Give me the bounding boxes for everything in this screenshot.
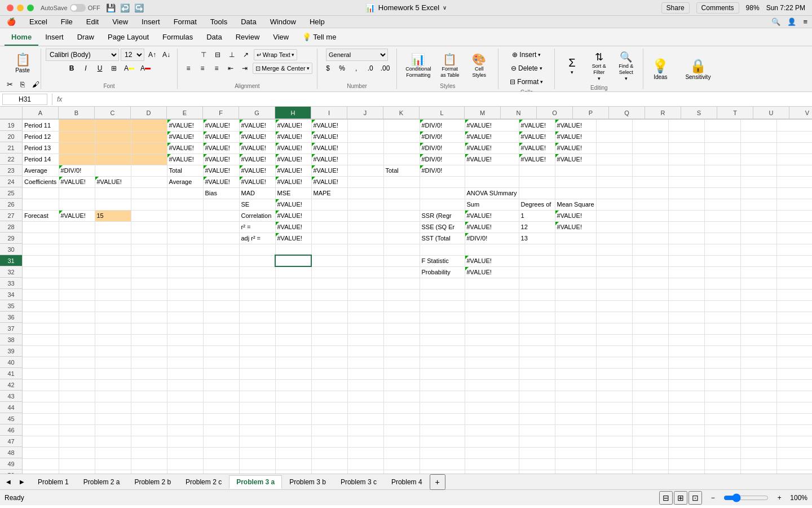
cell-A20[interactable]: Period 12 <box>23 131 59 142</box>
cell-H41[interactable] <box>275 368 311 379</box>
menu-window[interactable]: Window <box>268 16 298 27</box>
cell-P27[interactable] <box>596 210 632 221</box>
cell-G39[interactable] <box>239 345 275 357</box>
cell-O49[interactable] <box>555 458 596 470</box>
number-format-selector[interactable]: General <box>326 49 388 61</box>
cell-U32[interactable] <box>776 266 812 278</box>
menu-excel[interactable]: Excel <box>27 16 50 27</box>
cell-S30[interactable] <box>704 244 740 255</box>
cell-P24[interactable] <box>596 176 632 187</box>
cell-I43[interactable] <box>311 391 347 402</box>
cell-T25[interactable] <box>740 187 776 199</box>
cell-D34[interactable] <box>131 289 167 300</box>
cell-H31[interactable] <box>275 255 311 266</box>
cell-U29[interactable] <box>776 233 812 244</box>
cell-D25[interactable] <box>131 187 167 199</box>
col-header-H[interactable]: H <box>275 107 311 119</box>
cell-N41[interactable] <box>519 368 555 379</box>
cell-H50[interactable] <box>275 470 311 474</box>
cell-R46[interactable] <box>668 424 704 436</box>
cell-O20[interactable]: #VALUE! <box>555 131 596 142</box>
cell-H45[interactable] <box>275 413 311 424</box>
col-header-E[interactable]: E <box>167 107 203 119</box>
cell-E40[interactable] <box>167 357 203 368</box>
cell-K23[interactable]: Total <box>383 165 420 176</box>
cell-I22[interactable]: #VALUE! <box>311 154 347 165</box>
cell-A25[interactable] <box>23 187 59 199</box>
cell-O43[interactable] <box>555 391 596 402</box>
cell-R31[interactable] <box>668 255 704 266</box>
cell-J29[interactable] <box>347 233 383 244</box>
cell-T24[interactable] <box>740 176 776 187</box>
sheet-tab-problem-2-a[interactable]: Problem 2 a <box>76 475 127 489</box>
cell-L38[interactable] <box>420 334 465 345</box>
cell-M36[interactable] <box>465 312 519 323</box>
cell-P43[interactable] <box>596 391 632 402</box>
cell-E45[interactable] <box>167 413 203 424</box>
col-header-U[interactable]: U <box>753 107 789 119</box>
cell-R21[interactable] <box>668 142 704 154</box>
cell-U25[interactable] <box>776 187 812 199</box>
cell-F34[interactable] <box>203 289 239 300</box>
cell-B42[interactable] <box>59 379 95 391</box>
cell-A42[interactable] <box>23 379 59 391</box>
cell-Q30[interactable] <box>632 244 668 255</box>
cell-D42[interactable] <box>131 379 167 391</box>
cell-D47[interactable] <box>131 436 167 447</box>
cell-T50[interactable] <box>740 470 776 474</box>
cell-Q28[interactable] <box>632 221 668 233</box>
cell-Q42[interactable] <box>632 379 668 391</box>
cell-U24[interactable] <box>776 176 812 187</box>
cell-T38[interactable] <box>740 334 776 345</box>
cell-B26[interactable] <box>59 199 95 210</box>
cell-B19[interactable] <box>59 120 95 131</box>
cell-T39[interactable] <box>740 345 776 357</box>
cell-B27[interactable]: #VALUE! <box>59 210 95 221</box>
cell-Q46[interactable] <box>632 424 668 436</box>
cell-I24[interactable]: #VALUE! <box>311 176 347 187</box>
border-button[interactable]: ⊞ <box>108 62 120 75</box>
cell-R26[interactable] <box>668 199 704 210</box>
increase-indent-button[interactable]: ⇥ <box>239 62 251 75</box>
cell-I31[interactable] <box>311 255 347 266</box>
cell-R49[interactable] <box>668 458 704 470</box>
cell-H28[interactable]: #VALUE! <box>275 221 311 233</box>
cell-T37[interactable] <box>740 323 776 334</box>
search-icon[interactable]: 🔍 <box>771 17 780 26</box>
cell-S39[interactable] <box>704 345 740 357</box>
cell-L24[interactable] <box>420 176 465 187</box>
cell-B45[interactable] <box>59 413 95 424</box>
cell-Q20[interactable] <box>632 131 668 142</box>
increase-font-button[interactable]: A↑ <box>146 49 158 61</box>
sheet-tab-problem-3-b[interactable]: Problem 3 b <box>282 475 333 489</box>
cell-N34[interactable] <box>519 289 555 300</box>
cell-G40[interactable] <box>239 357 275 368</box>
cell-J21[interactable] <box>347 142 383 154</box>
cell-F23[interactable]: #VALUE! <box>203 165 239 176</box>
cell-N28[interactable]: 12 <box>519 221 555 233</box>
cell-H37[interactable] <box>275 323 311 334</box>
cell-S26[interactable] <box>704 199 740 210</box>
cell-G36[interactable] <box>239 312 275 323</box>
cell-J19[interactable] <box>347 120 383 131</box>
cell-K30[interactable] <box>383 244 420 255</box>
cell-G26[interactable]: SE <box>239 199 275 210</box>
cell-I21[interactable]: #VALUE! <box>311 142 347 154</box>
cell-Q25[interactable] <box>632 187 668 199</box>
cell-P35[interactable] <box>596 300 632 312</box>
cell-J22[interactable] <box>347 154 383 165</box>
cell-H23[interactable]: #VALUE! <box>275 165 311 176</box>
cell-G41[interactable] <box>239 368 275 379</box>
cell-P44[interactable] <box>596 402 632 413</box>
row-header-38[interactable]: 38 <box>0 334 23 345</box>
cell-S36[interactable] <box>704 312 740 323</box>
cell-N36[interactable] <box>519 312 555 323</box>
cell-F49[interactable] <box>203 458 239 470</box>
cell-Q35[interactable] <box>632 300 668 312</box>
cell-I35[interactable] <box>311 300 347 312</box>
cell-S42[interactable] <box>704 379 740 391</box>
cell-S34[interactable] <box>704 289 740 300</box>
cell-R44[interactable] <box>668 402 704 413</box>
cell-O19[interactable]: #VALUE! <box>555 120 596 131</box>
cell-N49[interactable] <box>519 458 555 470</box>
